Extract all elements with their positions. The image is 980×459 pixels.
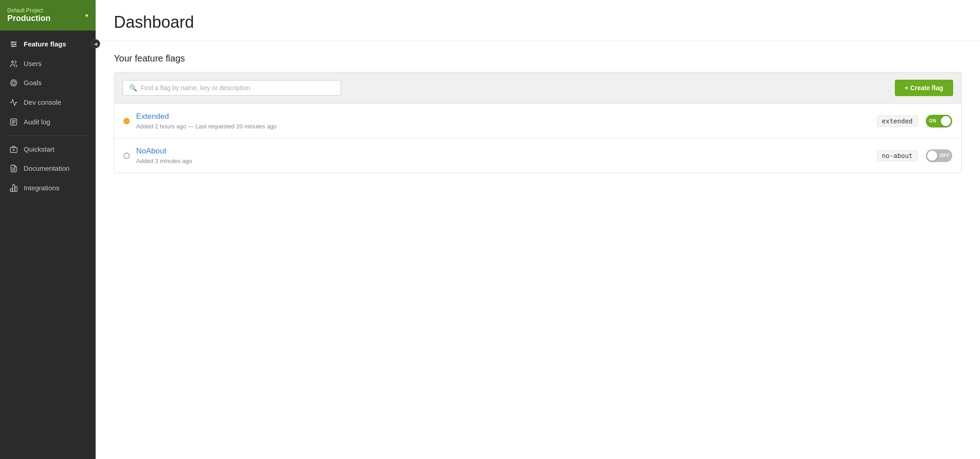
users-icon (9, 59, 18, 68)
flag-toggle[interactable]: OFF (926, 149, 952, 162)
sidebar-item-audit-log[interactable]: Audit log (0, 112, 96, 132)
flag-toggle[interactable]: ON (926, 115, 952, 128)
sidebar: Default Project Production ▾ Feature fla… (0, 0, 96, 459)
svg-point-4 (15, 43, 16, 45)
svg-rect-22 (15, 187, 17, 192)
toggle-knob (941, 116, 951, 126)
flags-list: Extended Added 2 hours ago — Last reques… (114, 104, 961, 173)
toggle-label: OFF (940, 153, 950, 158)
sidebar-item-label: Quickstart (24, 145, 55, 153)
project-env-selector[interactable]: Default Project Production ▾ (0, 0, 96, 31)
env-name: Production (7, 14, 51, 23)
sidebar-item-label: Goals (24, 79, 41, 87)
documentation-icon (9, 164, 18, 173)
flag-name-link[interactable]: NoAbout (136, 147, 166, 156)
toggle-wrapper: ON (926, 115, 952, 128)
search-icon: 🔍 (129, 84, 137, 92)
flag-key: extended (877, 116, 918, 127)
sidebar-item-label: Documentation (24, 164, 70, 172)
integrations-icon (9, 184, 18, 192)
devconsole-icon (9, 98, 18, 107)
sidebar-item-label: Integrations (24, 184, 59, 192)
svg-point-6 (12, 61, 14, 63)
table-row: NoAbout Added 3 minutes ago no-about OFF (114, 138, 961, 173)
page-title: Dashboard (114, 13, 962, 32)
flag-status-dot (123, 153, 130, 159)
goals-icon (9, 79, 18, 87)
svg-rect-20 (10, 189, 13, 192)
flag-key: no-about (877, 150, 918, 161)
flag-info: NoAbout Added 3 minutes ago (136, 147, 877, 164)
search-input[interactable] (141, 84, 334, 92)
flag-meta: Added 2 hours ago — Last requested 20 mi… (136, 123, 877, 130)
sidebar-item-integrations[interactable]: Integrations (0, 178, 96, 198)
svg-point-5 (12, 46, 14, 47)
sidebar-item-quickstart[interactable]: Quickstart (0, 139, 96, 159)
sidebar-divider (7, 135, 88, 136)
collapse-arrow-icon[interactable]: ◀ (91, 39, 100, 48)
sidebar-item-feature-flags[interactable]: Feature flags ◀ (0, 34, 96, 54)
flags-container: 🔍 + Create flag Extended Added 2 hours a… (114, 72, 962, 173)
toggle-wrapper: OFF (926, 149, 952, 162)
flag-name-link[interactable]: Extended (136, 112, 169, 121)
flag-info: Extended Added 2 hours ago — Last reques… (136, 112, 877, 130)
search-input-wrapper: 🔍 (122, 80, 341, 96)
main-content: Dashboard Your feature flags 🔍 + Create … (96, 0, 980, 459)
sidebar-item-label: Users (24, 60, 41, 67)
content-area: Your feature flags 🔍 + Create flag Exten… (96, 41, 980, 186)
sidebar-item-label: Audit log (24, 118, 50, 126)
flag-meta: Added 3 minutes ago (136, 158, 877, 164)
auditlog-icon (9, 117, 18, 126)
project-name: Default Project (7, 7, 51, 14)
sidebar-item-label: Feature flags (24, 40, 66, 48)
flag-status-dot (123, 118, 130, 124)
sidebar-item-documentation[interactable]: Documentation (0, 159, 96, 178)
toggle-label: ON (929, 118, 936, 123)
section-title: Your feature flags (114, 53, 962, 64)
sidebar-item-label: Dev console (24, 98, 61, 106)
quickstart-icon (9, 145, 18, 153)
search-bar-row: 🔍 + Create flag (114, 72, 961, 104)
svg-point-9 (13, 83, 14, 84)
table-row: Extended Added 2 hours ago — Last reques… (114, 104, 961, 138)
chevron-down-icon: ▾ (85, 12, 88, 19)
sliders-icon (9, 40, 18, 48)
svg-rect-21 (13, 185, 15, 192)
page-header: Dashboard (96, 0, 980, 41)
sidebar-item-goals[interactable]: Goals (0, 73, 96, 93)
sidebar-item-dev-console[interactable]: Dev console (0, 92, 96, 112)
toggle-knob (927, 151, 937, 161)
sidebar-nav: Feature flags ◀ Users Goals Dev console (0, 31, 96, 459)
sidebar-item-users[interactable]: Users (0, 54, 96, 73)
svg-point-3 (12, 41, 13, 43)
add-flag-button[interactable]: + Create flag (895, 80, 953, 96)
